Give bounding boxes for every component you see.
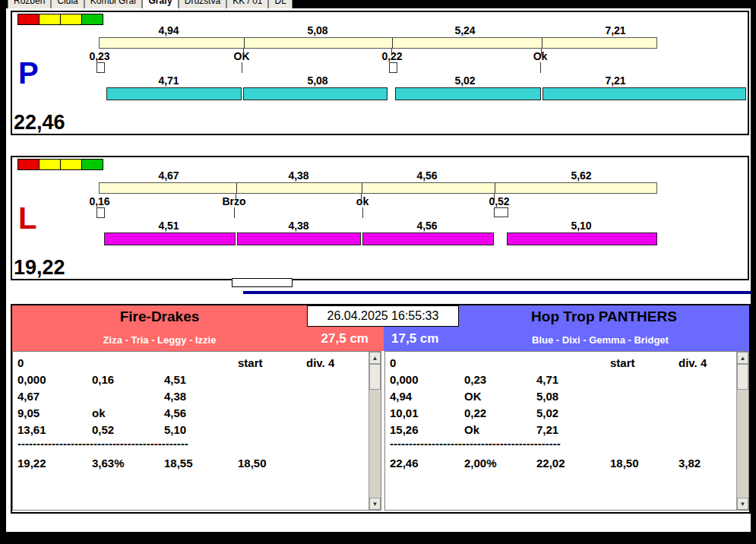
scroll-handle[interactable] [232,278,293,287]
time-bar-segment [362,232,494,245]
table-cell: 0 [390,356,396,369]
team-left-scrollbar[interactable]: ▲ ▼ [369,352,381,510]
time-scale-bar [99,182,657,194]
change-label: 0,16 [89,195,109,207]
table-cell: 4,94 [390,390,412,403]
table-row: 13,610,525,10 [13,423,369,438]
tab-cidla[interactable]: Cidla [51,0,84,8]
change-label: 0,22 [381,50,402,62]
time-bar-segment [542,87,746,100]
table-cell: 18,55 [164,457,193,470]
time-bar-segment [237,232,361,245]
tab-rozbeh[interactable]: Rozbeh [8,0,51,8]
scale-separator [362,183,362,193]
table-cell: 4,71 [536,373,558,386]
team-right-jump-height: 17,5 cm [391,331,438,346]
split-time: 5,10 [571,220,591,232]
tick-mark [361,194,362,201]
table-cell: 5,08 [536,390,558,403]
run-panel-right-lane: 4,945,085,247,21 0,23OK0,22Ok 4,715,085,… [11,11,749,135]
tab-dl[interactable]: DL [268,0,292,8]
team-left-name: Fire-Drakes [12,308,307,325]
table-cell: 18,50 [610,457,639,470]
time-scale-bar [99,37,657,49]
table-cell: 4,38 [164,390,186,403]
scroll-thumb[interactable] [369,364,381,390]
tick-mark [540,62,541,73]
scroll-down-icon[interactable]: ▼ [369,498,381,510]
team-left-table: 0startdiv. 40,0000,164,514,674,389,05ok4… [13,352,369,510]
split-time: 5,08 [307,24,327,36]
scale-separator [542,38,542,48]
tab-kk-01[interactable]: KK / 01 [226,0,268,8]
team-left-results-box: 0startdiv. 40,0000,164,514,674,389,05ok4… [12,351,381,511]
team-right-scrollbar[interactable]: ▲ ▼ [736,352,748,510]
scroll-thumb[interactable] [737,364,748,390]
table-cell: 4,67 [17,390,40,403]
table-row: 9,05ok4,56 [13,406,369,422]
status-light [17,159,40,170]
scale-separator [392,38,393,48]
team-right-name: Hop Trop PANTHERS [459,308,749,325]
lane-letter: L [18,203,36,233]
split-time: 4,38 [288,169,308,182]
scroll-up-icon[interactable]: ▲ [369,352,381,364]
table-cell: 3,63% [92,457,125,470]
split-time: 7,21 [605,74,625,87]
separator-dashes: ----------------------------------------… [17,437,188,450]
change-labels-row: 0,23OK0,22Ok [12,50,748,62]
table-cell: 0 [17,356,24,369]
status-lights [18,159,103,170]
table-cell: 10,01 [390,406,419,419]
table-cell: 0,000 [390,373,419,386]
tab-dru-stva[interactable]: Družstva [179,0,226,8]
split-time: 5,62 [571,169,591,182]
tick-mark [391,49,392,55]
table-row: 0,0000,164,51 [13,373,369,388]
team-right-members: Blue - Dixi - Gemma - Bridget [459,334,742,346]
split-time: 5,24 [454,24,475,36]
sensor-box [96,62,105,73]
table-header-row: 0startdiv. 4 [385,356,736,372]
split-time: 4,67 [158,169,179,182]
split-time: 4,94 [158,24,179,36]
tick-mark [243,49,244,55]
table-cell: 7,21 [536,423,558,436]
table-row: 4,674,38 [13,390,369,405]
tab-bar: RozbehCidlaKombi GrafGrafyDružstvaKK / 0… [6,0,751,8]
lane-total-time: 22,46 [14,111,65,134]
table-cell: 3,82 [679,457,701,470]
change-labels-row: 0,16Brzook0,52 [12,195,748,207]
status-light [60,159,82,170]
lane-total-time: 19,22 [14,256,65,280]
tab-list: RozbehCidlaKombi GrafGrafyDružstvaKK / 0… [8,0,293,8]
split-times-bottom-row: 4,514,384,565,10 [12,220,748,231]
change-label: Brzo [222,195,245,207]
tick-mark [541,49,542,55]
status-light [81,159,103,170]
tick-mark [242,62,242,73]
split-time: 4,51 [158,220,179,232]
table-cell: 9,05 [17,406,40,419]
scroll-down-icon[interactable]: ▼ [737,498,748,510]
timestamp: 26.04.2025 16:55:33 [307,305,459,327]
status-light [17,14,40,25]
change-label: 0,23 [89,50,109,62]
status-lights [18,14,103,25]
table-cell: Ok [464,423,479,436]
table-cell: 18,50 [238,457,267,470]
split-time: 4,38 [288,220,308,232]
progress-line [243,291,751,294]
sensor-box [494,207,508,217]
status-light [81,14,103,25]
scale-separator [495,183,495,193]
tab-grafy[interactable]: Grafy [142,0,178,8]
tab-kombi-graf[interactable]: Kombi Graf [84,0,143,8]
table-row: 10,010,225,02 [385,406,736,422]
scroll-up-icon[interactable]: ▲ [737,352,748,364]
table-separator: ----------------------------------------… [385,437,736,452]
split-times-top-row: 4,945,085,247,21 [12,24,748,36]
tick-mark [362,207,363,218]
change-label: Ok [533,50,548,62]
table-cell: 19,22 [17,457,46,470]
